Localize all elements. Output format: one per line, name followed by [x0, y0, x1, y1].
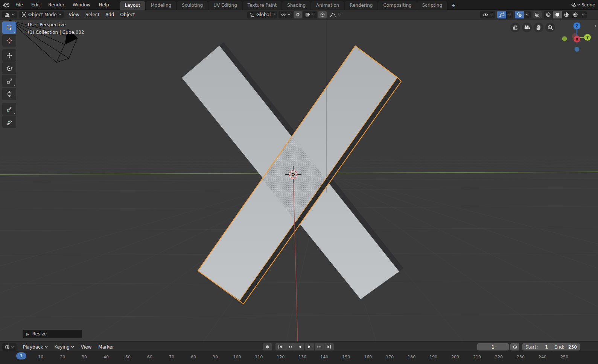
chevron-down-icon: [272, 14, 275, 16]
auto-keying-stopwatch-button[interactable]: [510, 343, 519, 350]
start-frame-field[interactable]: Start: 1: [522, 343, 551, 350]
topbar-menu-window[interactable]: Window: [68, 2, 94, 8]
shading-wireframe-button[interactable]: [544, 11, 553, 18]
shading-solid-button[interactable]: [553, 11, 562, 18]
timeline-editor-type-dropdown[interactable]: [2, 343, 17, 351]
transport-group: [275, 343, 334, 350]
sidebar-collapse-chevron-icon[interactable]: ‹: [594, 23, 596, 29]
blender-window: FileEditRenderWindowHelp LayoutModelingS…: [0, 0, 598, 364]
zoom-view-button[interactable]: [545, 23, 555, 32]
ruler-frame-60: 60: [147, 355, 152, 359]
jump-to-start-button[interactable]: [275, 343, 285, 350]
timeline-menu-view[interactable]: View: [78, 344, 95, 350]
tab-uv-editing[interactable]: UV Editing: [208, 1, 242, 10]
timeline-ruler[interactable]: 1 10203040506070809010011012013014015016…: [0, 351, 598, 364]
shading-material-button[interactable]: [562, 11, 571, 18]
snap-toggle[interactable]: [294, 11, 302, 18]
tab-animation[interactable]: Animation: [311, 1, 344, 10]
tool-cursor[interactable]: [2, 34, 16, 47]
end-frame-field[interactable]: End: 250: [551, 343, 580, 350]
grid-projection-button[interactable]: [510, 23, 520, 32]
gizmos-control: [497, 11, 513, 18]
tool-annotate[interactable]: [2, 103, 16, 115]
viewport-menu-select[interactable]: Select: [82, 12, 102, 17]
tab-layout[interactable]: Layout: [120, 1, 145, 10]
topbar-menu-render[interactable]: Render: [44, 2, 68, 8]
ruler-frame-190: 190: [429, 355, 437, 359]
play-reverse-button[interactable]: [295, 343, 304, 350]
ruler-frame-50: 50: [125, 355, 131, 359]
tab-sculpting[interactable]: Sculpting: [177, 1, 208, 10]
pivot-point-icon: [281, 12, 286, 17]
tab-shading[interactable]: Shading: [282, 1, 310, 10]
blender-logo-icon[interactable]: [0, 2, 11, 8]
tool-scale[interactable]: [2, 75, 16, 87]
operator-panel-resize[interactable]: ▶ Resize: [23, 330, 82, 338]
pan-view-button[interactable]: [534, 23, 543, 32]
tool-select-box[interactable]: [2, 21, 16, 34]
topbar-menu-help[interactable]: Help: [94, 2, 113, 8]
tab-modeling[interactable]: Modeling: [146, 1, 177, 10]
topbar-menu-file[interactable]: File: [11, 2, 27, 8]
camera-view-button[interactable]: [522, 23, 532, 32]
previous-keyframe-button[interactable]: [285, 343, 295, 350]
viewport-menu-view[interactable]: View: [66, 12, 82, 17]
timeline-menu-keying[interactable]: Keying: [51, 344, 78, 350]
transform-orientation-dropdown[interactable]: Global: [247, 11, 277, 18]
chevron-down-icon: [508, 14, 511, 16]
gizmo-minus-y-ball[interactable]: [562, 36, 567, 41]
gizmo-minus-z-ball[interactable]: [575, 47, 580, 52]
proportional-editing-toggle[interactable]: [318, 11, 327, 18]
mode-dropdown[interactable]: Object Mode: [19, 11, 64, 18]
tab-scripting[interactable]: Scripting: [417, 1, 447, 10]
shading-dropdown[interactable]: [580, 11, 587, 18]
topbar-menus: FileEditRenderWindowHelp: [11, 2, 113, 8]
snap-with-dropdown[interactable]: [303, 11, 317, 18]
chevron-down-icon: [12, 14, 15, 16]
pivot-point-dropdown[interactable]: [278, 11, 293, 18]
timeline-menu-playback[interactable]: Playback: [20, 344, 51, 350]
snap-increment-icon: [305, 12, 310, 17]
ruler-frame-40: 40: [103, 355, 109, 359]
falloff-dropdown[interactable]: [328, 11, 343, 18]
shading-rendered-button[interactable]: [571, 11, 580, 18]
show-gizmos-toggle[interactable]: [497, 11, 506, 18]
object-visibility-dropdown[interactable]: [480, 11, 495, 18]
proportional-editing-icon: [320, 12, 325, 17]
3d-viewport-icon: [5, 12, 10, 18]
editor-type-dropdown[interactable]: [2, 11, 17, 18]
current-frame-field[interactable]: 1: [477, 343, 509, 350]
tab-rendering[interactable]: Rendering: [345, 1, 377, 10]
current-frame-indicator[interactable]: 1: [16, 352, 26, 359]
gizmos-dropdown[interactable]: [506, 11, 513, 18]
ruler-frame-160: 160: [364, 355, 372, 359]
xray-toggle[interactable]: [533, 11, 542, 18]
tool-move[interactable]: [2, 49, 16, 62]
ruler-frame-20: 20: [60, 355, 65, 359]
viewport-menu-add[interactable]: Add: [102, 12, 117, 17]
tool-transform[interactable]: [2, 88, 16, 100]
tool-measure[interactable]: [2, 115, 16, 128]
viewport-3d[interactable]: Z Y X User Perspective (1) Collection | …: [0, 20, 598, 341]
jump-to-end-button[interactable]: [324, 343, 334, 350]
viewport-header: Object Mode ViewSelectAddObject Global: [0, 10, 598, 20]
scene-selector[interactable]: Scene: [569, 0, 598, 10]
chevron-down-icon: [312, 14, 315, 16]
next-keyframe-button[interactable]: [315, 343, 324, 350]
overlays-dropdown[interactable]: [524, 11, 531, 18]
ruler-frame-150: 150: [342, 355, 350, 359]
timeline-menu-marker[interactable]: Marker: [95, 344, 117, 350]
tab-compositing[interactable]: Compositing: [378, 1, 416, 10]
record-button[interactable]: [263, 343, 272, 350]
show-overlays-toggle[interactable]: [515, 11, 524, 18]
topbar-menu-edit[interactable]: Edit: [27, 2, 44, 8]
navigation-gizmo[interactable]: Z Y X: [562, 23, 591, 52]
play-button[interactable]: [305, 343, 314, 350]
ruler-frame-80: 80: [191, 355, 196, 359]
ruler-frame-210: 210: [473, 355, 481, 359]
viewport-menu-object[interactable]: Object: [117, 12, 138, 17]
tab-texture-paint[interactable]: Texture Paint: [243, 1, 282, 10]
tool-rotate[interactable]: [2, 62, 16, 74]
add-workspace-button[interactable]: +: [448, 1, 459, 10]
magnet-icon: [295, 12, 300, 17]
